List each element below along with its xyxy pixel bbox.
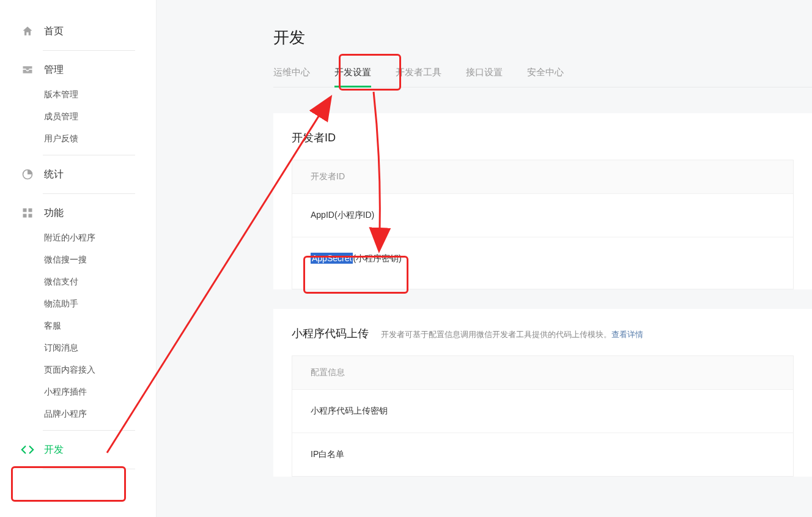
nav-feature-sub-2[interactable]: 微信支付 [0,271,156,293]
tab-dev-settings[interactable]: 开发设置 [334,67,371,87]
appsecret-label: AppSecret(小程序密钥) [311,253,402,264]
card-developer-id: 开发者ID 开发者ID AppID(小程序ID) AppSecret(小程序密钥… [273,113,812,289]
nav-stats-label: 统计 [44,168,64,181]
nav-feature-sub-5[interactable]: 订阅消息 [0,337,156,359]
sidebar: 首页 管理 版本管理 成员管理 用户反馈 统计 功能 附近的小程序 微信搜一搜 [0,0,156,517]
nav-features-label: 功能 [44,207,64,220]
nav-features[interactable]: 功能 [0,199,156,227]
nav-manage-sub-0[interactable]: 版本管理 [0,84,156,106]
row-upload-key: 小程序代码上传密钥 [292,389,793,433]
upload-detail-link[interactable]: 查看详情 [611,330,643,339]
appid-label: AppID(小程序ID) [311,210,374,221]
nav-feature-sub-7[interactable]: 小程序插件 [0,381,156,403]
devid-title: 开发者ID [292,130,336,145]
nav-feature-sub-8[interactable]: 品牌小程序 [0,403,156,425]
row-ip-whitelist: IP白名单 [292,433,793,476]
ip-whitelist-label: IP白名单 [311,449,344,460]
pie-chart-icon [21,168,34,181]
home-icon [21,24,34,38]
nav-feature-sub-4[interactable]: 客服 [0,315,156,337]
nav-manage-sub-1[interactable]: 成员管理 [0,106,156,128]
nav-home-label: 首页 [44,25,64,38]
tab-api-settings[interactable]: 接口设置 [466,67,503,87]
svg-rect-3 [29,214,32,218]
row-appsecret: AppSecret(小程序密钥) [292,237,793,289]
svg-rect-2 [23,214,27,218]
page-title: 开发 [273,27,812,48]
devid-panel-head: 开发者ID [292,160,793,193]
nav-stats[interactable]: 统计 [0,160,156,188]
tab-ops[interactable]: 运维中心 [273,67,310,87]
upload-key-label: 小程序代码上传密钥 [311,406,388,417]
tab-bar: 运维中心 开发设置 开发者工具 接口设置 安全中心 [273,67,812,87]
nav-manage[interactable]: 管理 [0,56,156,84]
tab-security[interactable]: 安全中心 [527,67,564,87]
upload-title: 小程序代码上传 [292,326,369,341]
nav-home[interactable]: 首页 [0,17,156,45]
tab-dev-tools[interactable]: 开发者工具 [396,67,441,87]
upload-panel-head: 配置信息 [292,356,793,389]
nav-feature-sub-3[interactable]: 物流助手 [0,293,156,315]
row-appid: AppID(小程序ID) [292,193,793,237]
code-icon [21,443,34,456]
nav-develop[interactable]: 开发 [0,436,156,464]
nav-feature-sub-0[interactable]: 附近的小程序 [0,227,156,249]
card-code-upload: 小程序代码上传 开发者可基于配置信息调用微信开发者工具提供的代码上传模块。查看详… [273,309,812,477]
nav-manage-label: 管理 [44,64,64,76]
svg-rect-0 [23,209,27,212]
upload-desc: 开发者可基于配置信息调用微信开发者工具提供的代码上传模块。查看详情 [381,329,643,340]
svg-rect-1 [29,209,32,212]
main-content: 开发 运维中心 开发设置 开发者工具 接口设置 安全中心 开发者ID 开发者ID… [156,0,812,517]
nav-feature-sub-6[interactable]: 页面内容接入 [0,359,156,381]
inbox-icon [21,63,34,76]
nav-manage-sub-2[interactable]: 用户反馈 [0,128,156,150]
nav-feature-sub-1[interactable]: 微信搜一搜 [0,249,156,271]
nav-develop-label: 开发 [44,444,64,456]
grid-icon [21,206,34,220]
